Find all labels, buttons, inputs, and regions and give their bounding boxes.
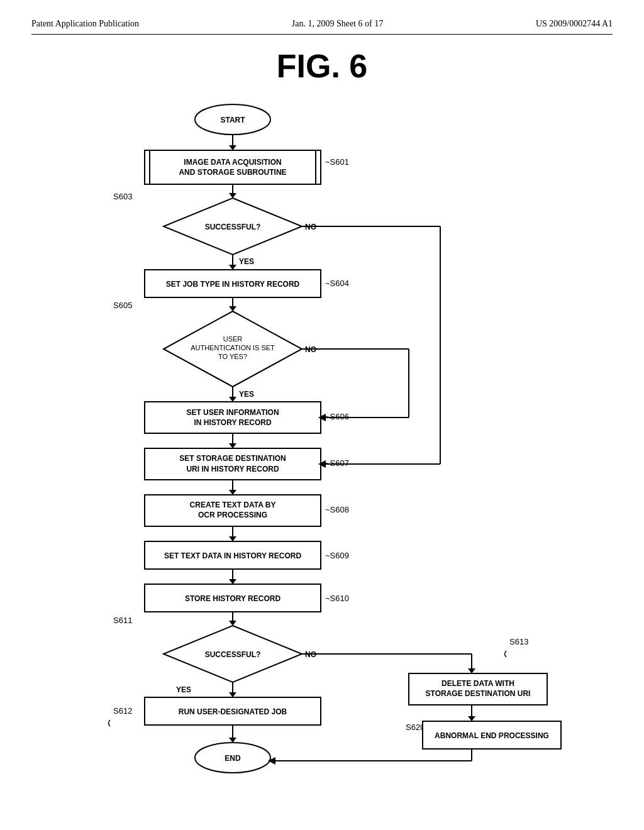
s607-step: ~S607 xyxy=(325,458,349,468)
s611-yes: YES xyxy=(176,685,191,694)
header-patent-num: US 2009/0002744 A1 xyxy=(536,19,613,29)
arr-s604-s605-head xyxy=(229,306,236,311)
fig-title: FIG. 6 xyxy=(31,47,613,85)
arr-s605-s606-head xyxy=(229,397,236,402)
s612-curve xyxy=(109,720,111,726)
s601-step: ~S601 xyxy=(325,157,349,167)
s610-step: ~S610 xyxy=(325,594,349,603)
start-text: START xyxy=(220,116,245,124)
arr-s607-s608-head xyxy=(229,490,236,495)
arr-s611-s612-head xyxy=(229,692,236,697)
s605-line1: USER xyxy=(223,335,243,343)
s612-label: S612 xyxy=(113,706,132,716)
s610-text: STORE HISTORY RECORD xyxy=(185,594,281,603)
s606-step: ~S606 xyxy=(325,412,349,421)
s605-label: S605 xyxy=(113,301,132,310)
s607-line1: SET STORAGE DESTINATION xyxy=(179,454,286,463)
s613-line2: STORAGE DESTINATION URI xyxy=(426,689,531,698)
s605-line3: TO YES? xyxy=(218,353,247,360)
s612-text: RUN USER-DESIGNATED JOB xyxy=(179,707,287,716)
s608-line2: OCR PROCESSING xyxy=(198,511,267,519)
s601-line1: IMAGE DATA ACQUISITION xyxy=(184,158,281,167)
flowchart-svg: .fc-text { font-family: Arial, sans-seri… xyxy=(31,97,613,789)
s608-line1: CREATE TEXT DATA BY xyxy=(190,501,276,509)
s613-ref: S613 xyxy=(509,637,528,646)
s607-shape xyxy=(145,448,321,480)
s613-line1: DELETE DATA WITH xyxy=(441,679,514,688)
s611-text: SUCCESSFUL? xyxy=(205,650,261,659)
arr-s612-end-head xyxy=(229,738,236,743)
s613-curve xyxy=(505,651,507,657)
s604-text: SET JOB TYPE IN HISTORY RECORD xyxy=(166,280,300,289)
s606-shape xyxy=(145,402,321,433)
s603-yes: YES xyxy=(239,257,254,266)
s611-no-arr xyxy=(468,668,475,673)
page-main: Patent Application Publication Jan. 1, 2… xyxy=(0,0,644,830)
arr-s610-s611-head xyxy=(229,621,236,626)
arr-s603-s604-head xyxy=(229,265,236,270)
s601-line2: AND STORAGE SUBROUTINE xyxy=(179,168,286,177)
s605-line2: AUTHENTICATION IS SET xyxy=(191,344,275,351)
arr-s608-s609-head xyxy=(229,536,236,541)
arr-s613-s620-head xyxy=(468,716,475,721)
end-text: END xyxy=(225,754,241,763)
s606-line1: SET USER INFORMATION xyxy=(186,408,279,417)
arr-s606-s607-head xyxy=(229,443,236,448)
header-date-sheet: Jan. 1, 2009 Sheet 6 of 17 xyxy=(292,19,383,29)
s609-text: SET TEXT DATA IN HISTORY RECORD xyxy=(164,551,302,560)
s603-label: S603 xyxy=(113,192,132,201)
s607-line2: URI IN HISTORY RECORD xyxy=(186,465,279,473)
s604-step: ~S604 xyxy=(325,279,349,288)
s620-text: ABNORMAL END PROCESSING xyxy=(435,731,549,740)
arr-s601-s603-head xyxy=(229,193,236,198)
s611-label: S611 xyxy=(113,616,132,625)
s609-step: ~S609 xyxy=(325,551,349,560)
s606-line2: IN HISTORY RECORD xyxy=(194,418,271,427)
s608-step: ~S608 xyxy=(325,505,349,514)
header-publication: Patent Application Publication xyxy=(31,19,139,29)
header: Patent Application Publication Jan. 1, 2… xyxy=(31,19,613,35)
arrow-start-s601-head xyxy=(229,145,236,150)
arr-s609-s610-head xyxy=(229,579,236,584)
s601-outer xyxy=(145,150,321,184)
s605-yes: YES xyxy=(239,390,254,399)
s603-text: SUCCESSFUL? xyxy=(205,223,261,231)
